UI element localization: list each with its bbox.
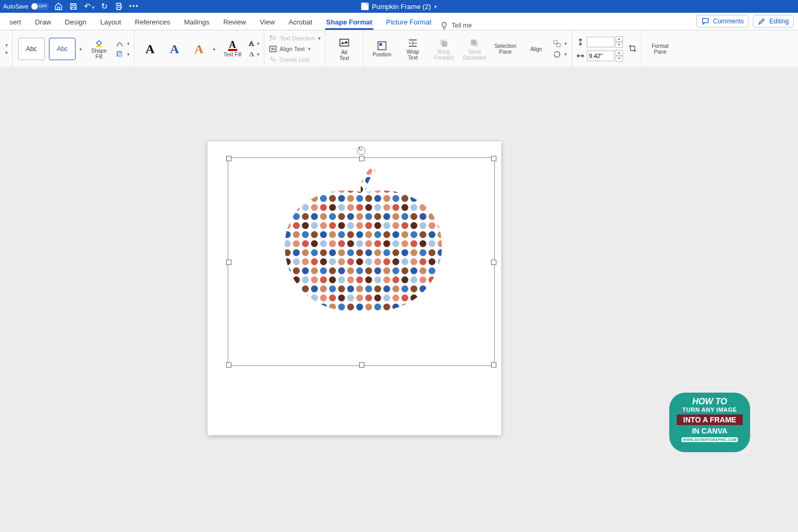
resize-handle[interactable]	[491, 156, 496, 161]
send-backward-icon	[469, 38, 480, 48]
autosave-toggle[interactable]: AutoSave OFF	[3, 3, 49, 10]
svg-rect-6	[379, 43, 382, 46]
document-icon	[361, 3, 369, 10]
width-field[interactable]: ▴▾	[576, 50, 623, 62]
home-icon[interactable]	[54, 2, 63, 11]
width-icon	[576, 52, 585, 60]
crop-icon[interactable]	[628, 44, 637, 54]
print-icon[interactable]	[114, 2, 123, 11]
stepper-up-icon[interactable]: ▴	[616, 50, 623, 56]
wordart-style-2[interactable]: A	[163, 38, 186, 60]
rotate-button[interactable]: ▾	[553, 50, 567, 59]
rotate-handle-icon[interactable]	[357, 146, 365, 155]
bucket-icon	[95, 39, 103, 47]
height-input[interactable]	[587, 37, 614, 47]
effects-icon	[115, 50, 124, 59]
tab-insert[interactable]: sert	[4, 15, 27, 30]
resize-handle[interactable]	[226, 362, 231, 368]
align-button[interactable]: Align	[522, 45, 551, 53]
text-group: Text Direction▾ Align Text▾ Create Link	[264, 30, 326, 68]
more-icon[interactable]: •••	[129, 3, 139, 10]
tab-picture-format[interactable]: Picture Format	[381, 15, 437, 30]
gallery-more-icon[interactable]: ▸	[213, 46, 216, 52]
tab-design[interactable]: Design	[60, 15, 92, 30]
rotate-icon	[553, 50, 561, 59]
wrap-text-button[interactable]: Wrap Text	[398, 37, 427, 62]
shape-style-1[interactable]: Abc	[18, 38, 45, 60]
wrap-text-icon	[408, 38, 418, 48]
height-icon	[576, 38, 585, 46]
chevron-down-icon[interactable]: ▾	[434, 4, 437, 10]
resize-handle[interactable]	[359, 362, 364, 368]
tab-acrobat[interactable]: Acrobat	[283, 15, 318, 30]
width-input[interactable]	[587, 51, 614, 61]
resize-handle[interactable]	[359, 156, 364, 161]
tell-me[interactable]: Tell me	[440, 21, 472, 30]
shape-style-2[interactable]: Abc	[49, 38, 76, 60]
alt-text-button[interactable]: Alt Text	[330, 36, 359, 62]
format-pane-button[interactable]: Format Pane	[646, 42, 675, 56]
undo-icon[interactable]: ↶▾	[84, 2, 95, 11]
shape-effects-button[interactable]: ▾	[115, 50, 130, 59]
document-canvas[interactable]: HOW TO TURN ANY IMAGE INTO A FRAME IN CA…	[0, 67, 798, 532]
send-backward-button: Send Backward	[460, 37, 489, 62]
create-link-button: Create Link	[269, 55, 309, 64]
resize-handle[interactable]	[226, 260, 231, 265]
chevron-down-icon[interactable]: ▾	[5, 50, 8, 55]
text-fill-button[interactable]: A Text Fill	[218, 39, 247, 59]
stepper-up-icon[interactable]: ▴	[616, 36, 623, 42]
wordart-style-1[interactable]: A	[139, 38, 161, 60]
chevron-down-icon[interactable]: ▾	[5, 43, 8, 48]
group-button[interactable]: ▾	[553, 39, 567, 48]
position-button[interactable]: Position	[368, 39, 396, 59]
comment-icon	[701, 17, 710, 26]
tab-shape-format[interactable]: Shape Format	[321, 15, 378, 30]
resize-handle[interactable]	[491, 362, 496, 368]
selection-pane-button[interactable]: Selection Pane	[491, 42, 520, 56]
group-icon	[553, 39, 561, 48]
tab-layout[interactable]: Layout	[95, 15, 126, 30]
toggle-icon: OFF	[31, 3, 49, 10]
tab-review[interactable]: Review	[218, 15, 252, 30]
alt-text-icon	[338, 37, 350, 49]
svg-rect-8	[442, 41, 447, 46]
shape-outline-button[interactable]: ▾	[115, 39, 130, 48]
tab-mailings[interactable]: Mailings	[179, 15, 215, 30]
format-pane-group: Format Pane	[642, 30, 679, 68]
text-outline-button[interactable]: A▾	[249, 39, 260, 48]
wordart-style-3[interactable]: A	[188, 38, 210, 60]
resize-handle[interactable]	[226, 156, 231, 161]
gallery-more-icon[interactable]: ▸	[80, 46, 82, 52]
tab-references[interactable]: References	[130, 15, 176, 30]
watermark-badge: HOW TO TURN ANY IMAGE INTO A FRAME IN CA…	[669, 393, 750, 452]
shape-insert-group: ▾ ▾	[0, 30, 13, 68]
tab-draw[interactable]: Draw	[30, 15, 56, 30]
svg-rect-10	[471, 39, 476, 45]
resize-handle[interactable]	[491, 260, 496, 265]
editing-button[interactable]: Editing	[753, 15, 794, 28]
autosave-label: AutoSave	[3, 3, 29, 10]
height-field[interactable]: ▴▾	[576, 36, 623, 48]
save-icon[interactable]	[69, 2, 78, 11]
svg-rect-3	[270, 46, 276, 52]
tab-view[interactable]: View	[254, 15, 280, 30]
arrange-group: Position Wrap Text Bring Forward Send Ba…	[363, 30, 572, 68]
shape-styles-group: Abc Abc Abc ▸ Shape Fill ▾ ▾	[13, 30, 135, 68]
ribbon: ▾ ▾ Abc Abc Abc ▸ Shape Fill ▾ ▾ A A A ▸…	[0, 30, 798, 68]
position-icon	[377, 40, 387, 51]
stepper-down-icon[interactable]: ▾	[616, 42, 623, 48]
align-text-button[interactable]: Align Text▾	[269, 45, 311, 53]
bring-forward-icon	[438, 38, 449, 48]
text-direction-button: Text Direction▾	[269, 34, 321, 43]
comments-button[interactable]: Comments	[696, 15, 749, 28]
tab-strip: sert Draw Design Layout References Maili…	[0, 13, 798, 30]
redo-icon[interactable]: ↻	[101, 2, 108, 11]
outline-icon	[115, 39, 124, 48]
selection-box[interactable]	[228, 157, 495, 366]
svg-rect-0	[96, 46, 102, 47]
document-title[interactable]: Pumpkin Frame (2)	[372, 3, 431, 11]
stepper-down-icon[interactable]: ▾	[616, 56, 623, 62]
text-effects-button[interactable]: A▾	[249, 50, 260, 59]
shape-fill-button[interactable]: Shape Fill	[85, 38, 113, 61]
wordart-styles-group: A A A ▸ A Text Fill A▾ A▾	[135, 30, 264, 68]
